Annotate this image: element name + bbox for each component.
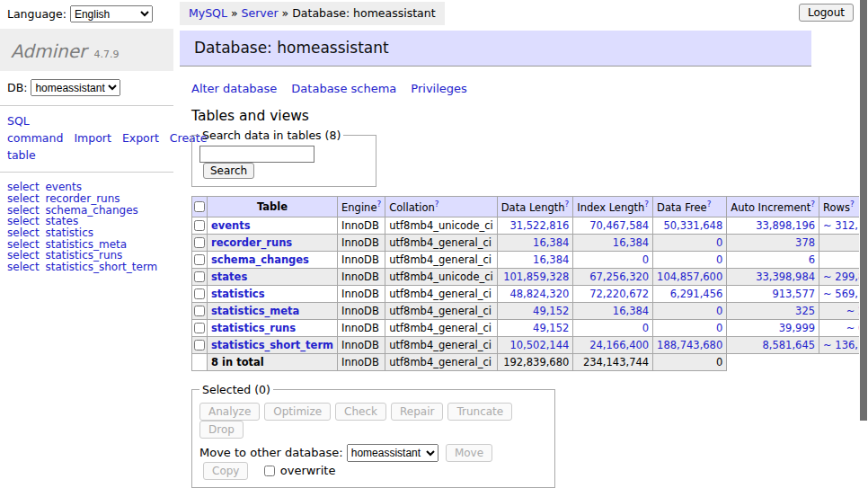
auto-increment-link[interactable]: 913,577 xyxy=(772,288,815,300)
drop-button[interactable]: Drop xyxy=(199,421,244,439)
auto-increment-link[interactable]: 33,398,984 xyxy=(756,271,815,283)
data-free-link[interactable]: 0 xyxy=(716,236,722,249)
data-free-link[interactable]: 0 xyxy=(716,322,722,334)
index-length-link[interactable]: 0 xyxy=(642,322,649,334)
auto-increment-link[interactable]: 378 xyxy=(795,236,815,249)
collation-cell: utf8mb4_general_ci xyxy=(385,302,498,319)
data-length-link[interactable]: 101,859,328 xyxy=(503,271,569,283)
table-name-cell: schema_changes xyxy=(208,251,338,268)
column-help-link[interactable]: ? xyxy=(644,200,649,209)
database-action-link-privileges[interactable]: Privileges xyxy=(411,82,467,95)
column-help-link[interactable]: ? xyxy=(376,200,381,209)
row-checkbox-statistics_runs[interactable] xyxy=(194,323,205,333)
truncate-button[interactable]: Truncate xyxy=(447,403,512,421)
auto-increment-cell: 913,577 xyxy=(727,285,819,302)
db-select[interactable]: homeassistant xyxy=(31,79,120,96)
collation-cell: utf8mb4_general_ci xyxy=(385,336,498,353)
table-name-link-statistics[interactable]: statistics xyxy=(211,288,265,300)
index-length-link[interactable]: 70,467,584 xyxy=(589,219,649,232)
data-length-link[interactable]: 49,152 xyxy=(533,322,569,334)
search-input[interactable] xyxy=(199,146,314,163)
total-data-free-cell: 0 xyxy=(653,353,727,370)
data-length-link[interactable]: 16,384 xyxy=(533,236,569,249)
column-label: Table xyxy=(257,200,288,213)
table-name-link-statistics_short_term[interactable]: statistics_short_term xyxy=(211,339,333,351)
sidebar-table-item: select statistics_short_term xyxy=(7,262,166,273)
table-link-recorder_runs[interactable]: recorder_runs xyxy=(45,192,120,205)
database-action-link-alter-database[interactable]: Alter database xyxy=(191,82,277,95)
vertical-scrollbar[interactable] xyxy=(859,0,868,488)
column-help-link[interactable]: ? xyxy=(810,200,815,209)
column-help-link[interactable]: ? xyxy=(565,200,570,209)
row-checkbox-states[interactable] xyxy=(194,271,205,282)
check-all-checkbox[interactable] xyxy=(194,201,205,212)
data-free-link[interactable]: 0 xyxy=(716,253,722,266)
data-length-link[interactable]: 49,152 xyxy=(533,305,569,317)
index-length-link[interactable]: 16,384 xyxy=(613,236,649,249)
scrollbar-thumb[interactable] xyxy=(860,0,867,421)
auto-increment-link[interactable]: 39,999 xyxy=(779,322,815,334)
table-name-link-statistics_meta[interactable]: statistics_meta xyxy=(211,305,299,317)
data-length-link[interactable]: 10,502,144 xyxy=(509,339,569,351)
logout-button[interactable]: Logout xyxy=(799,4,854,22)
copy-button[interactable]: Copy xyxy=(203,462,248,480)
auto-increment-link[interactable]: 33,898,196 xyxy=(756,219,815,232)
table-name-link-schema_changes[interactable]: schema_changes xyxy=(211,253,309,266)
data-length-link[interactable]: 31,522,816 xyxy=(509,219,569,232)
engine-cell: InnoDB xyxy=(338,302,385,319)
row-checkbox-statistics_meta[interactable] xyxy=(194,306,205,316)
select-link-recorder_runs[interactable]: select xyxy=(7,192,40,205)
table-name-link-recorder_runs[interactable]: recorder_runs xyxy=(211,236,292,249)
data-free-link[interactable]: 0 xyxy=(716,305,722,317)
row-checkbox-statistics_short_term[interactable] xyxy=(194,340,205,350)
check-button[interactable]: Check xyxy=(335,403,386,421)
index-length-link[interactable]: 16,384 xyxy=(613,305,649,317)
engine-cell: InnoDB xyxy=(338,251,385,268)
table-link-statistics_short_term[interactable]: statistics_short_term xyxy=(45,261,157,273)
table-name-link-events[interactable]: events xyxy=(211,219,251,232)
search-button[interactable]: Search xyxy=(203,163,254,179)
language-select[interactable]: English xyxy=(70,5,153,22)
breadcrumb-item-mysql[interactable]: MySQL xyxy=(189,6,227,20)
index-length-link[interactable]: 0 xyxy=(642,253,649,266)
column-header-data-length: Data Length? xyxy=(497,197,573,217)
sidebar-menu-link-sql-command[interactable]: SQL command xyxy=(7,114,63,145)
breadcrumb-item-server[interactable]: Server xyxy=(242,6,279,20)
repair-button[interactable]: Repair xyxy=(391,403,443,421)
data-free-link[interactable]: 50,331,648 xyxy=(663,219,722,232)
index-length-link[interactable]: 72,220,672 xyxy=(589,288,649,300)
overwrite-checkbox[interactable] xyxy=(264,466,275,476)
sidebar-menu-link-export[interactable]: Export xyxy=(122,131,159,145)
data-length-link[interactable]: 16,384 xyxy=(533,253,569,266)
table-name-link-states[interactable]: states xyxy=(211,271,247,283)
row-checkbox-schema_changes[interactable] xyxy=(194,254,205,265)
move-button[interactable]: Move xyxy=(446,444,492,462)
column-help-link[interactable]: ? xyxy=(435,200,439,209)
auto-increment-link[interactable]: 6 xyxy=(809,253,815,266)
row-checkbox-events[interactable] xyxy=(194,220,205,231)
data-length-link[interactable]: 48,824,320 xyxy=(509,288,569,300)
data-free-link[interactable]: 188,743,680 xyxy=(657,339,722,351)
row-checkbox-recorder_runs[interactable] xyxy=(194,237,205,248)
sidebar-menu-link-import[interactable]: Import xyxy=(74,131,111,145)
select-link-statistics_short_term[interactable]: select xyxy=(7,261,40,273)
index-length-link[interactable]: 24,166,400 xyxy=(589,339,649,351)
data-free-link[interactable]: 104,857,600 xyxy=(657,271,722,283)
column-help-link[interactable]: ? xyxy=(707,200,712,209)
analyze-button[interactable]: Analyze xyxy=(199,403,260,421)
auto-increment-link[interactable]: 8,581,645 xyxy=(763,339,816,351)
move-db-select[interactable]: homeassistant xyxy=(347,444,438,462)
optimize-button[interactable]: Optimize xyxy=(264,403,331,421)
column-header-engine: Engine? xyxy=(338,197,385,217)
select-link-statistics[interactable]: select xyxy=(7,226,40,239)
data-length-cell: 10,502,144 xyxy=(497,336,573,353)
row-checkbox-statistics[interactable] xyxy=(194,288,205,299)
index-length-link[interactable]: 67,256,320 xyxy=(589,271,649,283)
table-link-statistics[interactable]: statistics xyxy=(45,226,93,239)
data-free-link[interactable]: 6,291,456 xyxy=(670,288,723,300)
table-name-link-statistics_runs[interactable]: statistics_runs xyxy=(211,322,296,334)
auto-increment-link[interactable]: 325 xyxy=(795,305,815,317)
column-help-link[interactable]: ? xyxy=(850,200,855,209)
database-action-link-database-schema[interactable]: Database schema xyxy=(291,82,396,95)
move-to-database-label: Move to other database: xyxy=(199,445,343,458)
